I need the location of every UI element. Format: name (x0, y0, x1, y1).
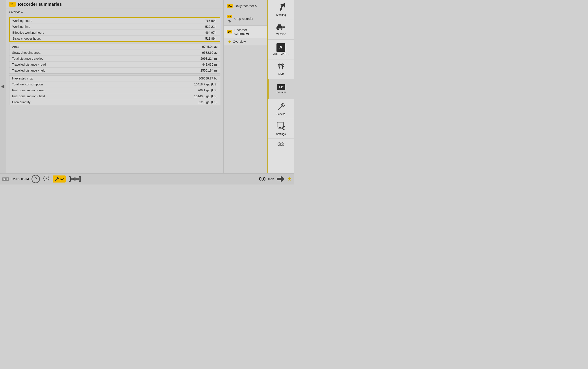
table-row: Travelled distance - road 448.030 mi (10, 62, 220, 68)
favorite-button[interactable]: ★ (287, 176, 292, 182)
table-row: Working hours 763.59 h (10, 18, 220, 24)
star-icon: ★ (287, 176, 292, 182)
speed-value: 0.0 (259, 176, 266, 182)
crop-recorder-label: Crop recorder (234, 17, 253, 20)
daily-recorder-label: Daily recorder A (235, 4, 257, 8)
sidebar-item-crop[interactable]: Crop (268, 60, 294, 79)
svg-rect-5 (278, 24, 281, 26)
automatic-label: AUTOMATIC (273, 53, 289, 56)
service-icon (277, 102, 285, 112)
main-area: 142 Recorder summaries Overview Working … (0, 0, 294, 173)
settings-label: Settings (276, 133, 285, 136)
sidebar-item-crop-recorder[interactable]: 140 Crop recorder (224, 12, 267, 26)
status-bar: USB 02.05. 05:04 P ✱ 10h (0, 173, 294, 184)
table-row: Travelled distance - field 2550.184 mi (10, 68, 220, 73)
svg-rect-10 (283, 26, 285, 28)
sidebar-item-overview[interactable]: Overview (224, 38, 267, 45)
content-header: 142 Recorder summaries (6, 0, 223, 9)
svg-point-9 (281, 28, 282, 29)
content-subheader: Overview (6, 9, 223, 15)
sidebar-item-automatic[interactable]: A AUTOMATIC (268, 40, 294, 60)
table-row: Straw chopping area 9582.62 ac (10, 50, 220, 56)
svg-rect-25 (284, 126, 284, 127)
park-badge: P (32, 175, 40, 183)
sidebar-item-settings[interactable]: Settings (268, 119, 294, 139)
more-button[interactable] (268, 139, 294, 150)
header-badge: 142 (9, 2, 16, 7)
svg-text:✱: ✱ (45, 177, 47, 180)
settings-icon (277, 122, 285, 132)
area-section: Area 9745.04 ac Straw chopping area 9582… (9, 44, 220, 73)
page-title: Recorder summaries (18, 2, 62, 7)
svg-rect-20 (277, 122, 283, 127)
svg-marker-41 (277, 176, 285, 182)
tool-indicator: ✱ (42, 176, 50, 182)
table-row: Total fuel consumption 10418.7 gal (US) (10, 82, 220, 87)
svg-rect-11 (276, 27, 278, 29)
content-area: 142 Recorder summaries Overview Working … (6, 0, 223, 173)
sidebar-item-service[interactable]: Service (268, 99, 294, 119)
content-body: Working hours 763.59 h Working time 520.… (6, 15, 223, 173)
speed-unit: mph (268, 177, 274, 181)
table-row: Fuel consumption - field 10149.6 gal (US… (10, 93, 220, 99)
table-row: Total distance travelled 2998.214 mi (10, 56, 220, 62)
park-indicator: P (32, 175, 40, 183)
table-row: Straw chopper hours 511.89 h (10, 36, 220, 41)
table-row: Harvested crop 308688.77 bu (10, 75, 220, 82)
svg-rect-26 (284, 129, 284, 130)
overview-label: Overview (233, 40, 246, 43)
svg-point-24 (283, 127, 284, 129)
svg-text:1: 1 (74, 178, 75, 180)
datetime-text: 02.05. 05:04 (12, 177, 29, 181)
steering-label: Steering (276, 13, 286, 17)
service-button[interactable]: 10h (53, 175, 66, 183)
usb-indicator: USB (2, 177, 9, 181)
harvest-section: Harvested crop 308688.77 bu Total fuel c… (9, 75, 220, 105)
svg-rect-27 (282, 128, 283, 128)
svg-rect-21 (279, 127, 281, 128)
speed-display: 0.0 mph (259, 176, 274, 182)
table-row: Area 9745.04 ac (10, 44, 220, 50)
daily-recorder-icon: 14A (227, 4, 233, 8)
table-row: Effective working hours 464.97 h (10, 30, 220, 36)
machine-icon (276, 24, 285, 32)
sidebar-item-counter[interactable]: 140 Counter (268, 79, 294, 99)
svg-point-7 (278, 28, 279, 30)
sidebar-item-steering[interactable]: Steering (268, 0, 294, 20)
hours-section: Working hours 763.59 h Working time 520.… (9, 17, 220, 42)
active-dot (229, 41, 231, 43)
svg-marker-3 (279, 3, 285, 11)
crop-icon (276, 63, 285, 71)
recorder-summaries-label: Recordersummaries (234, 28, 249, 35)
collapse-button[interactable] (0, 0, 6, 173)
sidebar-item-daily-recorder[interactable]: 14A Daily recorder A (224, 0, 267, 12)
counter-label: Counter (276, 91, 286, 94)
crop-recorder-icon: 140 (227, 15, 232, 23)
steering-icon (277, 3, 285, 12)
service-badge-text: 10h (60, 177, 64, 181)
datetime-display: 02.05. 05:04 (12, 177, 29, 181)
machine-label: Machine (276, 33, 286, 36)
svg-point-32 (279, 144, 280, 145)
svg-point-33 (282, 144, 283, 145)
recorder-summaries-icon: 142 (227, 30, 232, 33)
nav-panel: 14A Daily recorder A 140 (223, 0, 267, 173)
app-container: 142 Recorder summaries Overview Working … (0, 0, 294, 184)
table-row: Working time 520.21 h (10, 24, 220, 30)
crop-label: Crop (278, 72, 284, 75)
table-row: Fuel consumption - road 269.1 gal (US) (10, 87, 220, 93)
signal-indicator (277, 176, 285, 182)
header-indicator: 1 (68, 175, 82, 183)
svg-marker-1 (1, 85, 3, 88)
automatic-icon: A (276, 43, 285, 52)
counter-icon: 140 (277, 84, 285, 90)
sidebar-item-machine[interactable]: Machine (268, 20, 294, 40)
sidebar-item-recorder-summaries[interactable]: 142 Recordersummaries (224, 26, 267, 38)
right-sidebar: Steering (267, 0, 294, 173)
svg-rect-31 (281, 144, 281, 145)
svg-rect-22 (278, 128, 282, 129)
usb-badge: USB (2, 177, 9, 181)
service-label: Service (276, 113, 285, 116)
table-row: Urea quantity 312.6 gal (US) (10, 99, 220, 105)
